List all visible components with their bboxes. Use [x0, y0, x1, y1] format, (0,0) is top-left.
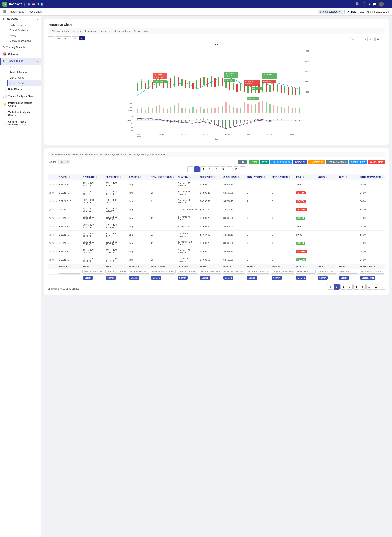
chart-menu-button[interactable]: ⋯ [381, 22, 385, 27]
period-ytd[interactable]: YTD [63, 36, 71, 40]
sa-executions-btn[interactable]: Search [150, 274, 176, 282]
th-open-price[interactable]: OPEN PRICE ⇅ [199, 174, 222, 180]
nav-menu-icon[interactable]: ☰ [386, 2, 390, 6]
print-button[interactable]: Print [260, 160, 269, 165]
page-10-bottom-button[interactable]: 10 [373, 284, 379, 290]
results-select[interactable]: 10 25 50 100 [58, 160, 70, 165]
th-executions[interactable]: TOTAL EXECUTIONS ⇅ [150, 174, 176, 180]
page-5-button[interactable]: 5 [220, 166, 226, 172]
page-3-button[interactable]: 3 [207, 166, 213, 172]
row-expand-icon[interactable]: › [56, 250, 56, 253]
si-symbol[interactable] [58, 269, 81, 274]
search-pnl-button[interactable]: Search [296, 276, 306, 280]
sidebar-item-symbol-grouped[interactable]: Symbol Grouped [7, 70, 41, 75]
row-edit-icon[interactable]: ✎ [52, 225, 55, 228]
row-chart-icon[interactable]: ⊙ [49, 225, 51, 228]
search-volume-button[interactable]: Search [247, 276, 257, 280]
group-apply-button[interactable]: Group Apply [349, 160, 367, 165]
search-position-button[interactable]: Search [129, 276, 139, 280]
th-open-position[interactable]: OPEN POSITION ⇅ [270, 174, 295, 180]
period-1y[interactable]: 1Y [72, 36, 78, 40]
excel-button[interactable]: Excel [249, 160, 259, 165]
search-open-date-input[interactable] [83, 270, 104, 273]
si-close-date[interactable] [105, 269, 128, 274]
row-expand-icon[interactable]: › [56, 208, 56, 211]
sidebar-item-notes[interactable]: Notes [7, 33, 41, 38]
row-expand-icon[interactable]: › [56, 233, 56, 236]
page-1-button[interactable]: 1 [194, 166, 200, 172]
sa-close-price-btn[interactable]: Search [222, 274, 246, 282]
logo[interactable]: TV TradesViz [2, 2, 22, 7]
prev-page-button[interactable]: ‹ [187, 166, 193, 172]
row-chart-icon[interactable]: ⊙ [49, 208, 51, 211]
row-chart-icon[interactable]: ⊙ [49, 200, 51, 203]
row-chart-icon[interactable]: ⊙ [49, 217, 51, 220]
row-edit-icon[interactable]: ✎ [52, 258, 55, 261]
chart-add[interactable]: + [358, 37, 362, 42]
row-edit-icon[interactable]: ✎ [52, 242, 55, 245]
search-symbol-input[interactable] [59, 270, 81, 273]
row-edit-icon[interactable]: ✎ [52, 250, 55, 253]
search-open-date-button[interactable]: Search [83, 276, 93, 280]
th-close-price[interactable]: CLOSE PRICE ⇅ [222, 174, 246, 180]
row-expand-icon[interactable]: › [56, 225, 56, 228]
period-all[interactable]: all [79, 36, 85, 40]
page-3-bottom-button[interactable]: 3 [347, 284, 353, 290]
row-chart-icon[interactable]: ⊙ [49, 250, 51, 253]
nav-search-icon[interactable]: 🔍 [356, 2, 360, 6]
sidebar-item-trades[interactable]: Trades [7, 65, 41, 70]
si-position[interactable] [128, 269, 150, 274]
nav-chat-icon[interactable]: 💬 [372, 2, 377, 6]
si-notes[interactable] [317, 269, 338, 274]
row-expand-icon[interactable]: › [56, 258, 56, 261]
search-open-position-input[interactable] [271, 270, 294, 273]
page-4-button[interactable]: 4 [214, 166, 219, 172]
page-10-button[interactable]: 10 [233, 166, 239, 172]
search-executions-button[interactable]: Search [151, 276, 161, 280]
sa-notes-btn[interactable]: Search [317, 274, 338, 282]
page-ellipsis-button[interactable]: … [227, 166, 232, 172]
th-position[interactable]: POSITION ⇅ [128, 174, 150, 180]
row-expand-icon[interactable]: › [56, 200, 56, 203]
sidebar-group-trades-analysis[interactable]: 📈 Trades Analysis Charts › [0, 93, 41, 100]
sidebar-item-trades-chart[interactable]: Trades Chart [7, 80, 41, 86]
sa-close-date-btn[interactable]: Search [105, 274, 128, 282]
sidebar-group-trades-tables[interactable]: ⊞ Trades Tables ▲ [0, 58, 41, 65]
page-1-bottom-button[interactable]: 1 [334, 284, 340, 290]
row-expand-icon[interactable]: › [56, 242, 56, 245]
row-chart-icon[interactable]: ⊙ [49, 183, 51, 186]
chart-more[interactable]: ≡ [381, 37, 385, 42]
sidebar-group-date-charts[interactable]: 📊 Date Charts › [0, 86, 41, 93]
toggle-collapse-button[interactable]: Toggle Collapse [327, 160, 348, 165]
sidebar-group-calendar[interactable]: 📅 Calendar › [0, 51, 41, 58]
sa-duration-btn[interactable]: Search [176, 274, 199, 282]
th-open-date[interactable]: OPEN DATE ⇅ [82, 174, 105, 180]
th-close-date[interactable]: CLOSE DATE ⇅ [105, 174, 128, 180]
sidebar-group-technical[interactable]: 📊 Technical Analysis Charts › [0, 109, 41, 118]
si-open-position[interactable] [270, 269, 295, 274]
si-tags[interactable] [338, 269, 359, 274]
page-5-bottom-button[interactable]: 5 [360, 284, 366, 290]
row-edit-icon[interactable]: ✎ [52, 217, 55, 220]
sa-volume-btn[interactable]: Search [246, 274, 270, 282]
search-open-position-button[interactable]: Search [271, 276, 282, 280]
chart-zoom-in[interactable]: 🔍+ [350, 37, 357, 42]
sidebar-toggle[interactable]: ☰ [3, 10, 6, 14]
sidebar-group-trading-console[interactable]: $ Trading Console › [0, 44, 41, 51]
sa-pnl-btn[interactable]: Search [295, 274, 317, 282]
sa-position-btn[interactable]: Search [128, 274, 150, 282]
sa-tags-btn[interactable]: Search [338, 274, 359, 282]
row-expand-icon[interactable]: › [56, 191, 56, 194]
row-edit-icon[interactable]: ✎ [52, 200, 55, 203]
period-1m[interactable]: 1M [47, 36, 54, 40]
user-avatar[interactable]: U [379, 2, 384, 7]
search-notes-button[interactable]: Search [318, 276, 328, 280]
search-open-price-input[interactable] [200, 270, 221, 273]
si-open-price[interactable] [199, 269, 222, 274]
search-pnl-input[interactable] [296, 270, 316, 273]
th-tags[interactable]: TAGS ⇅ [338, 174, 359, 180]
sa-commission-btn[interactable]: Search Total [359, 274, 385, 282]
search-close-date-input[interactable] [105, 270, 127, 273]
sa-open-price-btn[interactable]: Search [199, 274, 222, 282]
search-position-input[interactable] [129, 270, 149, 273]
